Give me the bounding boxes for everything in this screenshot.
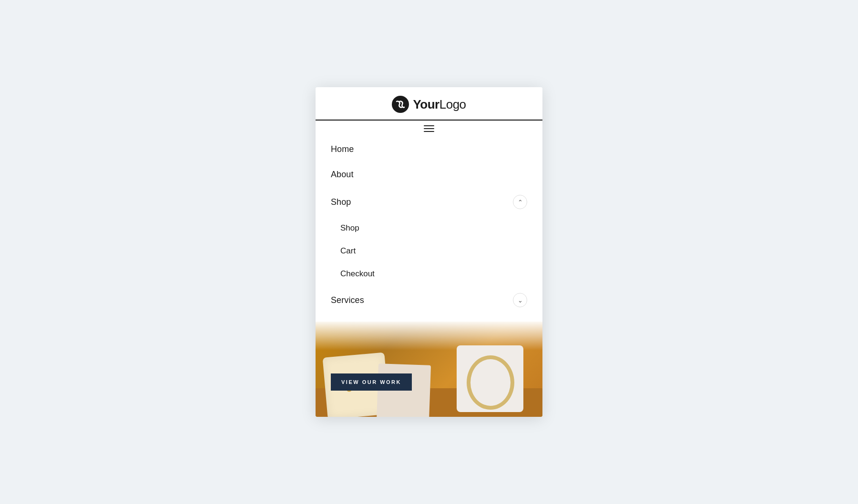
- nav-item-shop[interactable]: Shop ⌃: [316, 187, 542, 217]
- shop-toggle-btn[interactable]: ⌃: [513, 195, 527, 209]
- sub-nav-item-shop[interactable]: Shop: [316, 217, 542, 240]
- services-toggle-btn[interactable]: ⌄: [513, 293, 527, 307]
- logo-text: YourLogo: [413, 97, 466, 112]
- logo-icon: [392, 96, 409, 113]
- nav-item-services[interactable]: Services ⌄: [316, 285, 542, 315]
- hamburger-icon[interactable]: [424, 125, 434, 132]
- nav-item-blog[interactable]: Blog: [316, 315, 542, 322]
- logo-area: YourLogo: [392, 96, 466, 120]
- hamburger-bar: [316, 120, 542, 137]
- sub-nav-label-checkout: Checkout: [340, 269, 375, 279]
- nav-label-home: Home: [331, 144, 354, 154]
- nav-item-about[interactable]: About: [316, 162, 542, 187]
- nav-menu: Home About Shop ⌃ Shop Cart Checkout Ser…: [316, 137, 542, 322]
- view-our-work-button[interactable]: VIEW OUR WORK: [331, 373, 412, 391]
- nav-item-home[interactable]: Home: [316, 137, 542, 162]
- nav-label-about: About: [331, 170, 354, 180]
- nav-label-services: Services: [331, 295, 364, 305]
- phone-frame: YourLogo Home About Shop ⌃ Sh: [316, 87, 542, 417]
- bottom-image-area: VIEW OUR WORK: [316, 322, 542, 417]
- sub-nav-item-checkout[interactable]: Checkout: [316, 262, 542, 285]
- sub-nav-label-cart: Cart: [340, 246, 356, 256]
- svg-point-0: [392, 96, 409, 113]
- shop-submenu: Shop Cart Checkout: [316, 217, 542, 285]
- cushion-right: [457, 345, 523, 412]
- sub-nav-label-shop: Shop: [340, 223, 359, 233]
- header: YourLogo: [316, 87, 542, 137]
- sub-nav-item-cart[interactable]: Cart: [316, 240, 542, 262]
- nav-label-shop: Shop: [331, 197, 351, 207]
